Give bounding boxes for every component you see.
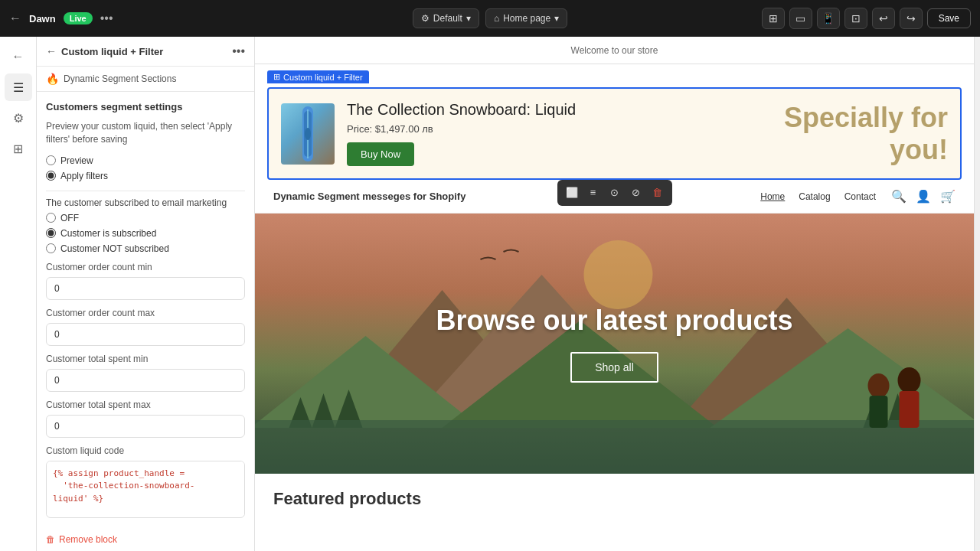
store-nav-links: Home Catalog Contact [760, 191, 876, 202]
redo-button[interactable]: ↪ [900, 8, 923, 29]
code-label: Custom liquid code [46, 445, 245, 456]
desktop-icon-btn[interactable]: ⊞ [762, 8, 785, 29]
apply-filters-radio[interactable]: Apply filters [46, 171, 245, 181]
section-icon-layout[interactable]: ☰ [5, 73, 32, 101]
store-name: Dawn [29, 13, 56, 24]
section-icon-back[interactable]: ← [5, 43, 32, 70]
svg-point-20 [898, 367, 921, 393]
trash-icon: 🗑 [46, 534, 55, 545]
panel-title: Custom liquid + Filter [61, 46, 227, 57]
preview-apply-radio-group: Preview Apply filters [46, 155, 245, 181]
store-nav-icons: 🔍 👤 🛒 [891, 189, 956, 204]
remove-block-button[interactable]: 🗑 Remove block [37, 528, 254, 551]
main-area: ← ☰ ⚙ ⊞ ← Custom liquid + Filter ••• 🔥 D… [0, 37, 980, 551]
plugin-row[interactable]: 🔥 Dynamic Segment Sections [37, 67, 254, 92]
not-subscribed-label: Customer NOT subscribed [60, 243, 169, 254]
block-label-tag: ⊞ Custom liquid + Filter [267, 70, 369, 83]
panel-back-button[interactable]: ← [46, 45, 57, 57]
order-count-min-label: Customer order count min [46, 262, 245, 272]
product-title: The Collection Snowboard: Liquid [347, 101, 721, 119]
panel-header: ← Custom liquid + Filter ••• [37, 37, 254, 67]
code-textarea[interactable]: {% assign product_handle = 'the-collecti… [47, 461, 244, 515]
plugin-label: Dynamic Segment Sections [64, 73, 176, 84]
back-button[interactable]: ← [9, 11, 21, 25]
panel-more-button[interactable]: ••• [232, 44, 245, 58]
ft-delete-btn[interactable]: 🗑 [648, 183, 668, 203]
preview-radio[interactable]: Preview [46, 155, 245, 166]
plugin-icon: 🔥 [46, 73, 59, 85]
subscribed-label: Customer is subscribed [60, 228, 156, 239]
cart-icon[interactable]: 🛒 [940, 189, 956, 204]
right-scrollbar[interactable] [974, 37, 980, 551]
chevron-down-icon-2: ▾ [554, 13, 559, 24]
subscribed-radio[interactable]: Customer is subscribed [46, 228, 245, 239]
ft-copy-btn[interactable]: ⊙ [605, 183, 625, 203]
order-count-min-input[interactable] [46, 277, 245, 300]
hero-section: Browse our latest products Shop all [255, 214, 974, 474]
homepage-button[interactable]: ⌂ Home page ▾ [485, 8, 567, 28]
chevron-down-icon: ▾ [466, 13, 471, 24]
sections-list: ← ☰ ⚙ ⊞ [0, 37, 37, 551]
product-price: Price: $1,497.00 лв [347, 123, 721, 135]
product-info: The Collection Snowboard: Liquid Price: … [347, 101, 721, 166]
settings-section-title: Customers segment settings [46, 101, 245, 112]
order-count-max-label: Customer order count max [46, 308, 245, 318]
cursor-icon: ⊞ [273, 72, 280, 82]
buy-now-button[interactable]: Buy Now [347, 142, 414, 166]
subscription-radio-group: OFF Customer is subscribed Customer NOT … [46, 213, 245, 254]
default-button[interactable]: ⚙ Default ▾ [413, 8, 479, 28]
save-button[interactable]: Save [927, 8, 971, 28]
ft-list-btn[interactable]: ≡ [583, 183, 603, 203]
total-spent-min-input[interactable] [46, 369, 245, 392]
ft-move-btn[interactable]: ⬜ [562, 183, 582, 203]
specially-text: Specially for you! [733, 102, 948, 166]
not-subscribed-radio[interactable]: Customer NOT subscribed [46, 243, 245, 254]
tablet-icon-btn[interactable]: ▭ [789, 8, 812, 29]
total-spent-max-input[interactable] [46, 415, 245, 438]
top-bar: ← Dawn Live ••• ⚙ Default ▾ ⌂ Home page … [0, 0, 980, 37]
live-badge: Live [64, 12, 93, 24]
search-icon[interactable]: 🔍 [891, 189, 906, 204]
code-area-wrapper: {% assign product_handle = 'the-collecti… [46, 461, 245, 518]
panel-body: Customers segment settings Preview your … [37, 92, 254, 528]
nav-link-catalog[interactable]: Catalog [799, 191, 830, 202]
apply-filters-label: Apply filters [60, 171, 108, 181]
featured-products-section: Featured products [255, 474, 974, 524]
hero-title: Browse our latest products [436, 305, 792, 337]
subscription-label: The customer subscribed to email marketi… [46, 197, 245, 208]
store-frame: ⊞ Custom liquid + Filter [255, 64, 974, 551]
ft-disable-btn[interactable]: ⊘ [626, 183, 646, 203]
featured-products-title: Featured products [273, 489, 956, 509]
floating-toolbar: ⬜ ≡ ⊙ ⊘ 🗑 [557, 180, 672, 206]
nav-link-contact[interactable]: Contact [844, 191, 876, 202]
hero-bg-illustration [255, 214, 974, 474]
section-icon-apps[interactable]: ⊞ [5, 135, 32, 162]
zoom-icon-btn[interactable]: ⊡ [844, 8, 867, 29]
featured-block-wrapper: ⊞ Custom liquid + Filter [255, 64, 974, 180]
section-icon-settings[interactable]: ⚙ [5, 104, 32, 132]
preview-label: Preview [60, 155, 93, 166]
account-icon[interactable]: 👤 [916, 189, 931, 204]
hint-text: Preview your custom liquid, then select … [46, 120, 245, 146]
svg-point-3 [305, 128, 311, 140]
svg-rect-17 [255, 420, 974, 474]
product-image [281, 103, 335, 165]
svg-point-18 [868, 373, 890, 398]
featured-block[interactable]: The Collection Snowboard: Liquid Price: … [267, 87, 962, 180]
svg-rect-21 [900, 391, 920, 428]
top-bar-center: ⚙ Default ▾ ⌂ Home page ▾ [413, 8, 567, 28]
top-bar-right: ⊞ ▭ 📱 ⊡ ↩ ↪ Save [577, 8, 971, 29]
nav-link-home[interactable]: Home [760, 191, 785, 202]
preview-scroll[interactable]: ⊞ Custom liquid + Filter [255, 64, 974, 551]
svg-rect-19 [870, 396, 888, 428]
off-radio[interactable]: OFF [46, 213, 245, 223]
shop-all-button[interactable]: Shop all [570, 352, 658, 383]
mobile-icon-btn[interactable]: 📱 [817, 8, 840, 29]
product-illustration [281, 103, 335, 165]
topbar-more-button[interactable]: ••• [100, 11, 113, 25]
top-bar-left: ← Dawn Live ••• [9, 11, 403, 25]
settings-icon: ⚙ [421, 13, 430, 24]
order-count-max-input[interactable] [46, 323, 245, 346]
undo-button[interactable]: ↩ [872, 8, 895, 29]
home-icon: ⌂ [494, 13, 499, 24]
